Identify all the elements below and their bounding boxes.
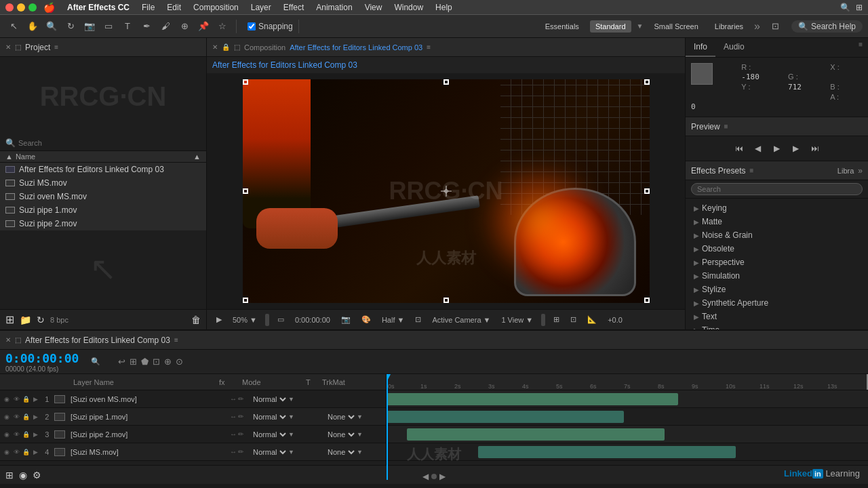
layer-2-visible[interactable]: 👁	[12, 412, 20, 422]
resize-handle[interactable]	[265, 314, 269, 326]
project-item-suzi-pipe1[interactable]: Suzi pipe 1.mov	[0, 203, 206, 217]
menu-view[interactable]: View	[359, 1, 388, 14]
camera-icon[interactable]: 📷	[337, 314, 355, 325]
effect-simulation[interactable]: ▶ Simulation	[686, 269, 868, 283]
project-item-suzi-oven[interactable]: Suzi oven MS.mov	[0, 190, 206, 203]
tl-search-btn[interactable]: 🔍	[90, 356, 102, 368]
search-help-bar[interactable]: 🔍 Search Help	[791, 20, 863, 33]
paint-tool[interactable]: 🖌	[157, 18, 174, 35]
tl-ctrl-1[interactable]: ↩	[118, 357, 125, 367]
layer-2-trkmat-select[interactable]: None	[325, 412, 357, 422]
comp-lock-icon[interactable]: 🔒	[222, 43, 230, 51]
preview-toggle[interactable]: ▶	[212, 314, 226, 325]
window-controls[interactable]	[5, 3, 37, 12]
track-bar-2[interactable]	[387, 411, 624, 423]
selection-tool[interactable]: ↖	[5, 18, 22, 35]
hand-tool[interactable]: ✋	[24, 18, 41, 35]
info-menu-icon[interactable]: ≡	[853, 38, 868, 57]
menu-composition[interactable]: Composition	[188, 1, 244, 14]
layer-3-trkmat-select[interactable]: None	[325, 430, 357, 439]
layer-2-lock[interactable]: 🔒	[22, 412, 30, 422]
effect-synthetic-aperture[interactable]: ▶ Synthetic Aperture	[686, 296, 868, 310]
track-bar-3[interactable]	[407, 428, 665, 441]
maximize-button[interactable]	[28, 3, 37, 12]
layer-1-solo[interactable]: ◉	[3, 394, 11, 404]
effect-obsolete[interactable]: ▶ Obsolete	[686, 242, 868, 256]
comp-icons[interactable]: ⊞	[549, 314, 564, 325]
menu-file[interactable]: File	[136, 1, 160, 14]
layer-3-mode-select[interactable]: Normal	[250, 430, 288, 439]
tl-menu[interactable]: ≡	[174, 336, 178, 344]
effect-keying[interactable]: ▶ Keying	[686, 201, 868, 215]
effects-search-input[interactable]	[691, 183, 863, 195]
menu-help[interactable]: Help	[430, 1, 458, 14]
workspace-libraries[interactable]: Libraries	[709, 20, 749, 33]
layer-4-mode-select[interactable]: Normal	[250, 447, 288, 457]
layer-2-name[interactable]: [Suzi pipe 1.mov]	[68, 413, 230, 421]
camera-view[interactable]: Active Camera ▼	[428, 314, 494, 325]
effect-stylize[interactable]: ▶ Stylize	[686, 283, 868, 296]
effects-expand-icon[interactable]: »	[858, 166, 863, 176]
layer-2-mode-select[interactable]: Normal	[250, 412, 288, 422]
puppet-tool[interactable]: 📌	[195, 18, 212, 35]
folder-icon[interactable]: 📁	[20, 314, 31, 325]
tab-info[interactable]: Info	[686, 38, 715, 57]
tl-ctrl-6[interactable]: ⊙	[176, 357, 183, 367]
timecode-display[interactable]: 0:00:00:00	[291, 314, 334, 325]
layer-3-expand[interactable]: ▶	[31, 430, 39, 439]
project-search-input[interactable]	[18, 139, 201, 147]
layer-1-mode-select[interactable]: Normal	[250, 394, 288, 404]
layer-2-stretch-icon[interactable]: ↔	[230, 413, 237, 420]
effects-menu-icon[interactable]: ≡	[749, 167, 753, 174]
spiral-icon[interactable]: ↻	[37, 314, 45, 325]
text-tool[interactable]: T	[119, 18, 136, 35]
effect-matte[interactable]: ▶ Matte	[686, 215, 868, 228]
next-frame-button[interactable]: ▶	[789, 142, 803, 155]
layer-1-expand[interactable]: ▶	[31, 394, 39, 404]
layer-4-expand[interactable]: ▶	[31, 447, 39, 457]
layer-3-solo[interactable]: ◉	[3, 430, 11, 439]
layer-4-name[interactable]: [Suzi MS.mov]	[68, 448, 230, 456]
comp-rect-icon[interactable]: ▭	[273, 314, 288, 325]
snapping-toggle[interactable]: Snapping	[248, 22, 293, 31]
more-workspaces[interactable]: »	[754, 20, 760, 33]
menu-effect[interactable]: Effect	[278, 1, 309, 14]
layer-3-pencil[interactable]: ✏	[238, 430, 243, 438]
tl-ctrl-4[interactable]: ⊡	[153, 357, 160, 367]
view-options[interactable]: ⊡	[411, 314, 425, 325]
grid-icon[interactable]: ⊡	[566, 314, 580, 325]
effects-search-area[interactable]	[686, 180, 868, 199]
nav-right-icon[interactable]: ▶	[439, 472, 446, 481]
menu-layer[interactable]: Layer	[245, 1, 277, 14]
pin-tool[interactable]: ☆	[214, 18, 231, 35]
effect-noise-grain[interactable]: ▶ Noise & Grain	[686, 228, 868, 242]
color-icon[interactable]: 🎨	[357, 314, 375, 325]
project-item-suzi-ms[interactable]: Suzi MS.mov	[0, 176, 206, 190]
effect-text[interactable]: ▶ Text	[686, 310, 868, 323]
settings-icon-bottom[interactable]: ⚙	[33, 470, 41, 481]
layer-2-expand[interactable]: ▶	[31, 412, 39, 422]
project-close-icon[interactable]: ✕	[5, 43, 11, 51]
menu-edit[interactable]: Edit	[161, 1, 186, 14]
layer-4-pencil[interactable]: ✏	[238, 448, 243, 455]
project-menu-icon[interactable]: ≡	[54, 43, 58, 51]
layer-2-pencil[interactable]: ✏	[238, 413, 243, 420]
layer-1-visible[interactable]: 👁	[12, 394, 20, 404]
close-button[interactable]	[5, 3, 14, 12]
comp-close-icon[interactable]: ✕	[212, 43, 218, 51]
zoom-level[interactable]: 50% ▼	[229, 314, 261, 325]
layer-3-name[interactable]: [Suzi pipe 2.mov]	[68, 430, 230, 439]
timecode-2[interactable]: +0.0	[604, 314, 627, 325]
layer-1-stretch-icon[interactable]: ↔	[230, 395, 237, 403]
comp-viewport[interactable]: RRCG·CN 人人素材	[207, 73, 685, 309]
zoom-tool[interactable]: 🔍	[43, 18, 60, 35]
clone-tool[interactable]: ⊕	[176, 18, 193, 35]
workspace-essentials[interactable]: Essentials	[540, 20, 585, 33]
track-bar-4[interactable]	[478, 446, 736, 458]
track-bar-1[interactable]	[387, 393, 678, 405]
menu-animation[interactable]: Animation	[311, 1, 357, 14]
nav-left-icon[interactable]: ◀	[422, 472, 429, 481]
new-item-icon[interactable]: ⊞	[5, 313, 14, 326]
effects-library-tab[interactable]: Libra	[837, 167, 854, 175]
add-layer-icon[interactable]: ⊞	[5, 470, 14, 481]
